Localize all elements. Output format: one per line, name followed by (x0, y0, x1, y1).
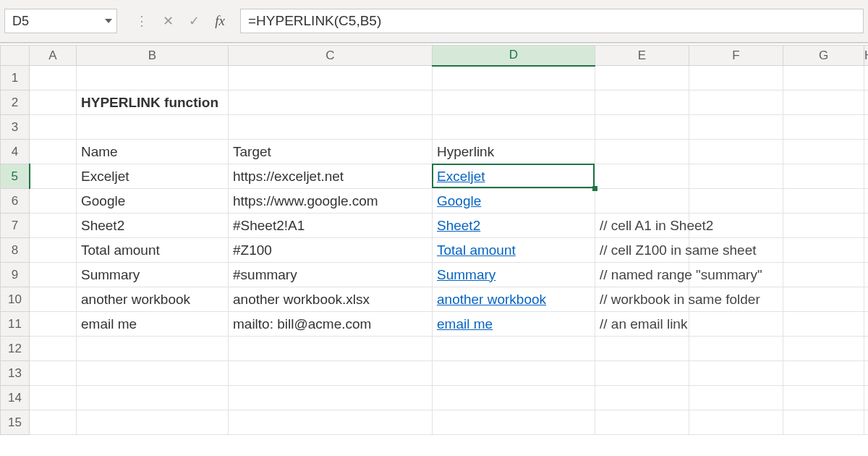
cell[interactable] (595, 361, 689, 386)
cell[interactable] (77, 386, 229, 410)
cell[interactable] (689, 164, 783, 189)
cell[interactable] (783, 214, 864, 238)
cell[interactable] (433, 115, 595, 140)
row-header[interactable]: 7 (1, 214, 30, 238)
cell[interactable] (689, 189, 783, 214)
cell[interactable] (783, 66, 864, 90)
select-all-corner[interactable] (1, 46, 30, 66)
table-cell[interactable]: Exceljet (77, 164, 229, 189)
cell[interactable] (433, 66, 595, 90)
row-header[interactable]: 12 (1, 337, 30, 361)
cell[interactable] (30, 361, 77, 386)
cell[interactable] (783, 410, 864, 435)
cell[interactable] (229, 115, 433, 140)
cell[interactable] (30, 115, 77, 140)
cell[interactable] (229, 90, 433, 115)
row-header[interactable]: 4 (1, 140, 30, 164)
table-header-name[interactable]: Name (77, 140, 229, 164)
cell[interactable]: // named range "summary" (595, 263, 689, 287)
cell[interactable] (229, 386, 433, 410)
cell[interactable] (30, 189, 77, 214)
cell[interactable] (77, 361, 229, 386)
cell[interactable] (30, 410, 77, 435)
hyperlink[interactable]: Exceljet (437, 169, 485, 184)
hyperlink[interactable]: Summary (437, 267, 495, 282)
row-header[interactable]: 15 (1, 410, 30, 435)
cell[interactable] (689, 386, 783, 410)
row-header[interactable]: 14 (1, 386, 30, 410)
cell[interactable] (783, 115, 864, 140)
table-header-link[interactable]: Hyperlink (433, 140, 595, 164)
hyperlink[interactable]: another workbook (437, 292, 546, 307)
table-cell[interactable]: mailto: bill@acme.com (229, 312, 433, 337)
formula-input[interactable]: =HYPERLINK(C5,B5) (240, 9, 864, 33)
cell[interactable] (30, 386, 77, 410)
cell[interactable] (595, 386, 689, 410)
cell[interactable] (864, 287, 869, 312)
cell[interactable] (77, 337, 229, 361)
table-cell[interactable]: Summary (433, 263, 595, 287)
cell[interactable] (689, 90, 783, 115)
cell[interactable] (30, 263, 77, 287)
cell[interactable] (595, 410, 689, 435)
col-header[interactable]: G (783, 46, 864, 66)
cell[interactable]: // an email link (595, 312, 689, 337)
table-cell[interactable]: #summary (229, 263, 433, 287)
cell[interactable] (689, 337, 783, 361)
cell[interactable] (689, 140, 783, 164)
cell[interactable] (77, 410, 229, 435)
row-header-selected[interactable]: 5 (1, 164, 30, 189)
cell[interactable] (783, 263, 864, 287)
cell[interactable] (30, 214, 77, 238)
col-header[interactable]: H (864, 46, 869, 66)
col-header-selected[interactable]: D (433, 46, 595, 66)
cell[interactable] (595, 140, 689, 164)
cell[interactable] (783, 361, 864, 386)
table-header-target[interactable]: Target (229, 140, 433, 164)
table-cell[interactable]: Sheet2 (77, 214, 229, 238)
cell[interactable] (30, 287, 77, 312)
row-header[interactable]: 13 (1, 361, 30, 386)
col-header[interactable]: A (30, 46, 77, 66)
cell[interactable] (229, 337, 433, 361)
cell[interactable] (229, 410, 433, 435)
cell[interactable] (783, 140, 864, 164)
name-box[interactable]: D5 (4, 9, 117, 33)
cell[interactable]: // workbook in same folder (595, 287, 689, 312)
cell[interactable]: // cell A1 in Sheet2 (595, 214, 689, 238)
row-header[interactable]: 10 (1, 287, 30, 312)
col-header[interactable]: B (77, 46, 229, 66)
row-header[interactable]: 2 (1, 90, 30, 115)
fx-icon[interactable]: fx (207, 9, 233, 33)
cell[interactable] (783, 312, 864, 337)
col-header[interactable]: C (229, 46, 433, 66)
table-cell[interactable]: Total amount (433, 238, 595, 263)
table-cell[interactable]: #Z100 (229, 238, 433, 263)
row-header[interactable]: 11 (1, 312, 30, 337)
cell[interactable] (30, 164, 77, 189)
cell[interactable] (783, 189, 864, 214)
cell[interactable] (864, 189, 869, 214)
cell[interactable] (864, 410, 869, 435)
cell[interactable] (864, 164, 869, 189)
table-cell[interactable]: Summary (77, 263, 229, 287)
cell[interactable] (433, 386, 595, 410)
hyperlink[interactable]: Google (437, 193, 481, 208)
cell[interactable] (433, 90, 595, 115)
cell[interactable] (864, 312, 869, 337)
table-cell[interactable]: Total amount (77, 238, 229, 263)
cell[interactable] (595, 90, 689, 115)
hyperlink[interactable]: Sheet2 (437, 218, 480, 233)
cell[interactable] (229, 361, 433, 386)
cell[interactable] (864, 90, 869, 115)
cell[interactable] (595, 189, 689, 214)
spreadsheet-grid[interactable]: A B C D E F G H 1 2 HYPERLINK function 3 (0, 45, 868, 435)
table-cell[interactable]: https://www.google.com (229, 189, 433, 214)
col-header[interactable]: E (595, 46, 689, 66)
row-header[interactable]: 3 (1, 115, 30, 140)
cell[interactable] (595, 337, 689, 361)
cell[interactable] (864, 140, 869, 164)
cell[interactable] (30, 337, 77, 361)
row-header[interactable]: 9 (1, 263, 30, 287)
hyperlink[interactable]: email me (437, 316, 493, 332)
